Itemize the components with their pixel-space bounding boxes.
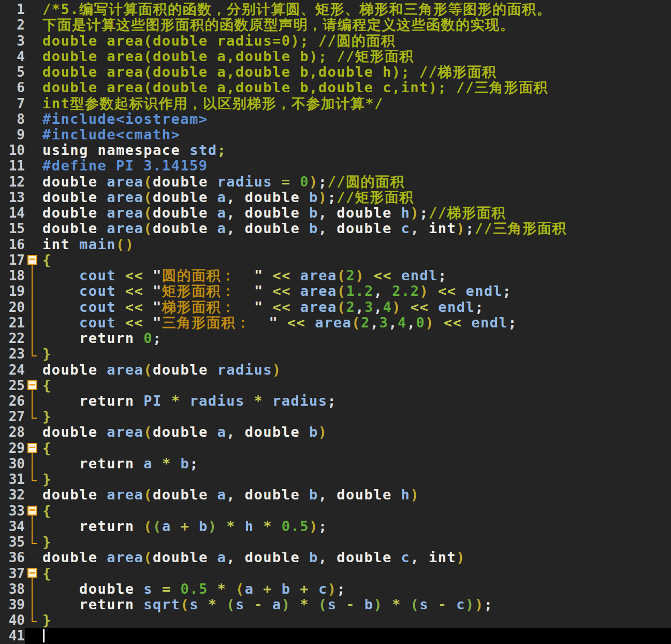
- code-line[interactable]: 19 cout << "矩形面积： " << area(1.2, 2.2) <<…: [0, 283, 671, 299]
- fold-gutter: [25, 95, 42, 111]
- code-line[interactable]: 21 cout << "三角形面积： " << area(2,3,4,0) <<…: [0, 315, 671, 331]
- token-pl: [254, 519, 264, 534]
- token-kw: using: [42, 142, 89, 158]
- code-line-text[interactable]: {: [42, 440, 671, 456]
- code-line[interactable]: 2下面是计算这些图形面积的函数原型声明，请编程定义这些函数的实现。: [0, 17, 671, 33]
- code-line-text[interactable]: }: [42, 471, 671, 487]
- code-line[interactable]: 4double area(double a,double b); //矩形面积: [0, 49, 671, 64]
- code-line-text[interactable]: double area(double a, double b, double c…: [42, 221, 671, 236]
- code-line[interactable]: 8#include<iostream>: [0, 111, 671, 127]
- code-line[interactable]: 30 return a * b;: [0, 456, 671, 471]
- code-line-text[interactable]: double area(double radius=0); //圆的面积: [42, 33, 671, 48]
- code-line[interactable]: 22 return 0;: [0, 331, 671, 346]
- code-line[interactable]: 14double area(double a, double b, double…: [0, 205, 671, 221]
- code-line[interactable]: 41: [0, 628, 671, 643]
- code-line[interactable]: 27}: [0, 409, 671, 424]
- code-line[interactable]: 38 double s = 0.5 * (a + b + c);: [0, 581, 671, 597]
- code-line[interactable]: 23}: [0, 346, 671, 362]
- code-line-text[interactable]: double area(double a,double b); //矩形面积: [42, 49, 671, 64]
- code-line-text[interactable]: double area(double a, double b, double h…: [42, 205, 671, 221]
- code-line-text[interactable]: double area(double a, double b);//矩形面积: [42, 190, 671, 205]
- fold-collapse-control[interactable]: [25, 252, 42, 268]
- code-line-text[interactable]: #include<cmath>: [42, 127, 671, 142]
- code-line-text[interactable]: double area(double a,double b,double c,i…: [42, 80, 671, 95]
- code-line[interactable]: 10using namespace std;: [0, 142, 671, 158]
- code-line-text[interactable]: double area(double radius): [42, 362, 671, 377]
- code-line-text[interactable]: return ((a + b) * h * 0.5);: [42, 519, 671, 534]
- code-line[interactable]: 35}: [0, 534, 671, 550]
- fold-collapse-control[interactable]: [25, 565, 42, 581]
- code-line[interactable]: 34 return ((a + b) * h * 0.5);: [0, 519, 671, 534]
- code-line[interactable]: 6double area(double a,double b,double c,…: [0, 80, 671, 95]
- code-line-text[interactable]: return 0;: [42, 331, 671, 346]
- code-line-text[interactable]: cout << "梯形面积： " << area(2,3,4) << endl;: [42, 299, 671, 314]
- code-line-text[interactable]: }: [42, 612, 671, 628]
- code-line[interactable]: 26 return PI * radius * radius;: [0, 393, 671, 409]
- code-line[interactable]: 25{: [0, 378, 671, 393]
- code-line-text[interactable]: }: [42, 409, 671, 424]
- code-line-text[interactable]: cout << "圆的面积： " << area(2) << endl;: [42, 268, 671, 283]
- code-line-text[interactable]: {: [42, 378, 671, 393]
- fold-collapse-minus-icon[interactable]: [27, 255, 37, 265]
- token-pl: [447, 597, 457, 612]
- code-line-text[interactable]: using namespace std;: [42, 142, 671, 158]
- code-line[interactable]: 5double area(double a,double b,double h)…: [0, 64, 671, 80]
- token-pl: [305, 315, 315, 331]
- code-line-text[interactable]: double area(double a, double b): [42, 424, 671, 440]
- code-line-text[interactable]: return PI * radius * radius;: [42, 393, 671, 409]
- code-line[interactable]: 7int型参数起标识作用，以区别梯形，不参加计算*/: [0, 95, 671, 111]
- code-line[interactable]: 31}: [0, 471, 671, 487]
- code-editor[interactable]: 1/*5.编写计算面积的函数，分别计算圆、矩形、梯形和三角形等图形的面积。2下面…: [0, 0, 671, 644]
- code-line[interactable]: 20 cout << "梯形面积： " << area(2,3,4) << en…: [0, 299, 671, 314]
- code-line-text[interactable]: 下面是计算这些图形面积的函数原型声明，请编程定义这些函数的实现。: [42, 17, 671, 33]
- fold-collapse-control[interactable]: [25, 503, 42, 519]
- code-line[interactable]: 37{: [0, 565, 671, 581]
- code-line-text[interactable]: double area(double radius = 0);//圆的面积: [42, 174, 671, 190]
- code-line[interactable]: 39 return sqrt(s * (s - a) * (s - b) * (…: [0, 597, 671, 612]
- code-line-text[interactable]: int型参数起标识作用，以区别梯形，不参加计算*/: [42, 95, 671, 111]
- code-line[interactable]: 9#include<cmath>: [0, 127, 671, 142]
- code-line[interactable]: 16int main(): [0, 237, 671, 252]
- fold-collapse-minus-icon[interactable]: [27, 506, 37, 516]
- code-line[interactable]: 28double area(double a, double b): [0, 424, 671, 440]
- code-line-text[interactable]: int main(): [42, 237, 671, 252]
- code-line[interactable]: 3double area(double radius=0); //圆的面积: [0, 33, 671, 48]
- code-line-text[interactable]: /*5.编写计算面积的函数，分别计算圆、矩形、梯形和三角形等图形的面积。: [42, 2, 671, 17]
- fold-collapse-minus-icon[interactable]: [27, 568, 37, 578]
- code-line-text[interactable]: double s = 0.5 * (a + b + c);: [42, 581, 671, 597]
- code-line-text[interactable]: return a * b;: [42, 456, 671, 471]
- code-line-text[interactable]: {: [42, 565, 671, 581]
- code-line-text[interactable]: return sqrt(s * (s - a) * (s - b) * (s -…: [42, 597, 671, 612]
- code-line[interactable]: 15double area(double a, double b, double…: [0, 221, 671, 236]
- code-line[interactable]: 1/*5.编写计算面积的函数，分别计算圆、矩形、梯形和三角形等图形的面积。: [0, 2, 671, 17]
- token-id: radius: [272, 393, 328, 409]
- code-line[interactable]: 11#define PI 3.14159: [0, 158, 671, 174]
- code-line-text[interactable]: double area(double a, double b, double c…: [42, 550, 671, 565]
- code-line[interactable]: 33{: [0, 503, 671, 519]
- code-line-text[interactable]: [42, 628, 671, 643]
- code-line-text[interactable]: double area(double a, double b, double h…: [42, 487, 671, 503]
- code-line[interactable]: 29{: [0, 440, 671, 456]
- code-line[interactable]: 40}: [0, 612, 671, 628]
- code-line[interactable]: 32double area(double a, double b, double…: [0, 487, 671, 503]
- code-line-text[interactable]: }: [42, 534, 671, 550]
- code-line[interactable]: 24double area(double radius): [0, 362, 671, 377]
- fold-collapse-control[interactable]: [25, 440, 42, 456]
- fold-collapse-control[interactable]: [25, 378, 42, 393]
- code-line[interactable]: 13double area(double a, double b);//矩形面积: [0, 190, 671, 205]
- code-line-text[interactable]: cout << "矩形面积： " << area(1.2, 2.2) << en…: [42, 283, 671, 299]
- code-line-text[interactable]: double area(double a,double b,double h);…: [42, 64, 671, 80]
- code-line[interactable]: 12double area(double radius = 0);//圆的面积: [0, 174, 671, 190]
- code-line[interactable]: 36double area(double a, double b, double…: [0, 550, 671, 565]
- code-line-text[interactable]: {: [42, 252, 671, 268]
- code-line-text[interactable]: #include<iostream>: [42, 111, 671, 127]
- code-line-text[interactable]: cout << "三角形面积： " << area(2,3,4,0) << en…: [42, 315, 671, 331]
- code-line-text[interactable]: #define PI 3.14159: [42, 158, 671, 174]
- code-line[interactable]: 18 cout << "圆的面积： " << area(2) << endl;: [0, 268, 671, 283]
- token-id: radius: [189, 393, 245, 409]
- code-line-text[interactable]: }: [42, 346, 671, 362]
- code-line[interactable]: 17{: [0, 252, 671, 268]
- code-line-text[interactable]: {: [42, 503, 671, 519]
- fold-collapse-minus-icon[interactable]: [27, 443, 37, 453]
- fold-collapse-minus-icon[interactable]: [27, 380, 37, 390]
